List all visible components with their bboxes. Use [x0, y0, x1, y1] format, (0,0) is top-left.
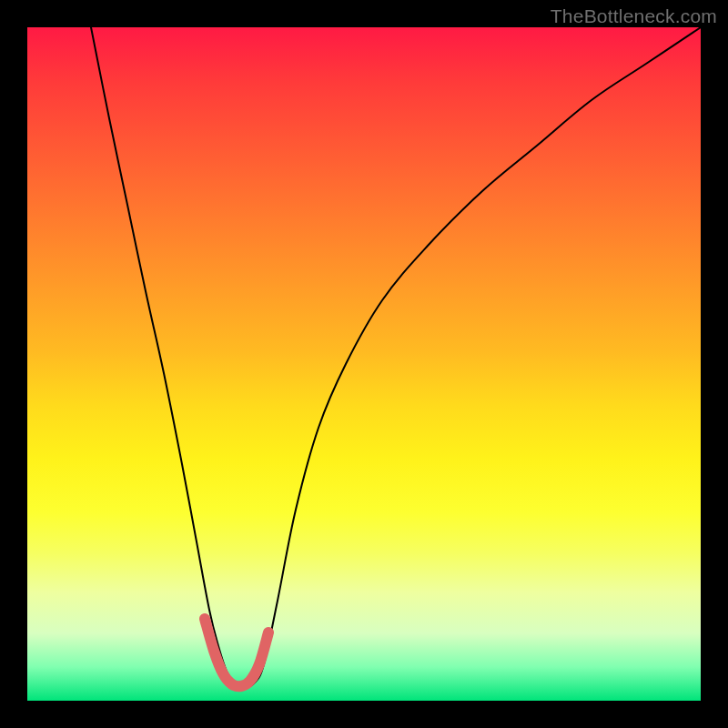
- bottleneck-curve: [91, 27, 701, 687]
- plot-area: [27, 27, 701, 701]
- chart-frame: TheBottleneck.com: [0, 0, 728, 728]
- curve-layer: [27, 27, 701, 701]
- watermark-text: TheBottleneck.com: [551, 5, 717, 27]
